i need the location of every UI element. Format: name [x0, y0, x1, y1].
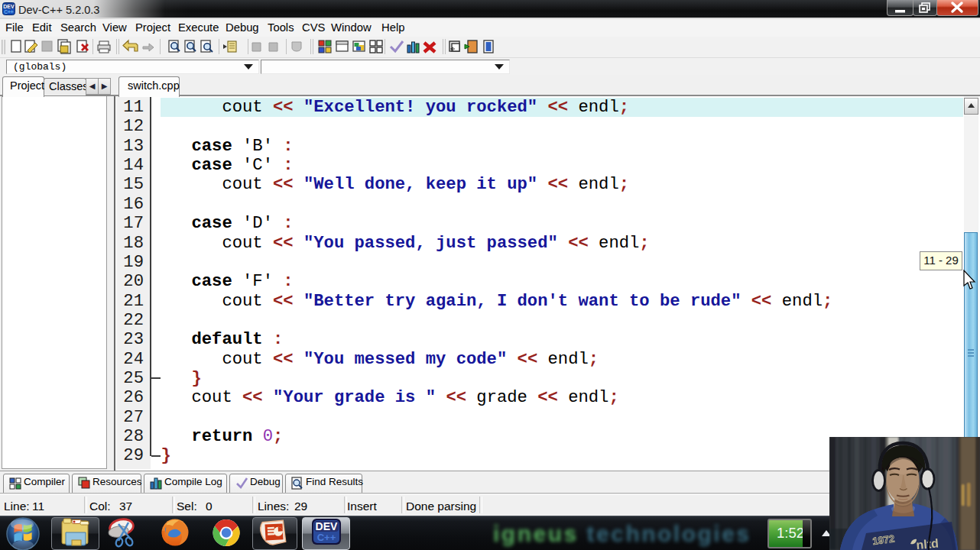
svg-text:DEV: DEV: [3, 4, 15, 9]
svg-text:C++: C++: [317, 532, 336, 543]
svg-text:C++: C++: [4, 9, 13, 15]
svg-text:DEV: DEV: [316, 520, 338, 532]
